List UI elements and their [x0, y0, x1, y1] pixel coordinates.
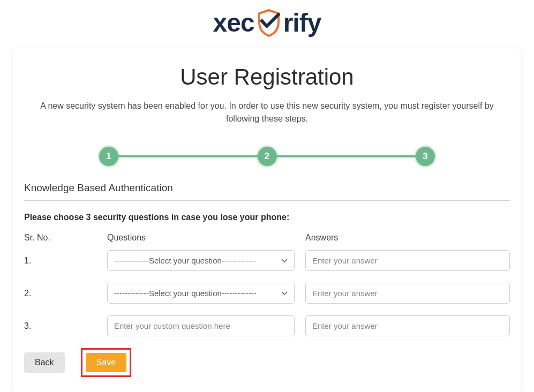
table-row: 2. -------------Select your question----… [24, 283, 510, 304]
page-subtitle: A new security system has been enabled f… [34, 100, 500, 125]
instruction-text: Please choose 3 security questions in ca… [24, 213, 510, 222]
logo-text-left: xec [213, 8, 254, 37]
header-answers: Answers [305, 233, 510, 243]
question-select-1[interactable]: -------------Select your question-------… [107, 250, 295, 271]
step-line [277, 155, 416, 157]
table-row: 1. -------------Select your question----… [24, 250, 510, 271]
step-2: 2 [258, 147, 277, 166]
row-sr-3: 3. [24, 321, 96, 331]
save-button[interactable]: Save [86, 353, 126, 372]
page-title: User Registration [24, 64, 510, 90]
back-button[interactable]: Back [24, 352, 65, 373]
step-3: 3 [416, 147, 435, 166]
row-sr-2: 2. [24, 289, 96, 298]
answer-input-2[interactable] [305, 283, 510, 304]
logo-text-right: rify [283, 8, 321, 37]
registration-card: User Registration A new security system … [13, 48, 521, 392]
logo: xec rify [213, 8, 321, 37]
question-select-2[interactable]: -------------Select your question-------… [107, 283, 295, 304]
custom-question-input[interactable] [107, 315, 295, 336]
step-1: 1 [99, 147, 118, 166]
answer-input-1[interactable] [305, 250, 510, 271]
header-questions: Questions [107, 233, 295, 243]
section-title: Knowledge Based Authentication [24, 182, 510, 201]
save-highlight-box: Save [81, 348, 131, 377]
button-row: Back Save [24, 348, 510, 377]
security-questions-table: Sr. No. Questions Answers 1. -----------… [24, 233, 510, 336]
shield-icon [256, 9, 282, 37]
row-sr-1: 1. [24, 256, 96, 266]
table-row: 3. [24, 315, 510, 336]
answer-input-3[interactable] [305, 315, 510, 336]
logo-container: xec rify [0, 0, 534, 43]
table-header: Sr. No. Questions Answers [24, 233, 510, 243]
step-line [118, 155, 258, 157]
progress-stepper: 1 2 3 [24, 136, 510, 182]
header-sr-no: Sr. No. [24, 233, 96, 243]
